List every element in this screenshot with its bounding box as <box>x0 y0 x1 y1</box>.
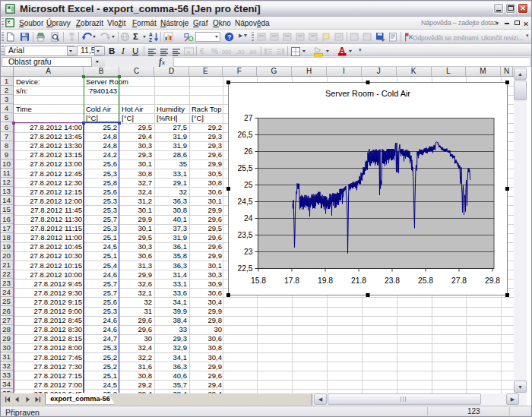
svg-text:Server Room - Cold Air: Server Room - Cold Air <box>325 89 410 98</box>
svg-text:24: 24 <box>244 214 253 223</box>
svg-text:a: a <box>187 49 190 54</box>
svg-text:26,5: 26,5 <box>237 131 252 139</box>
svg-text:27.8: 27.8 <box>451 276 467 285</box>
svg-text:15.8: 15.8 <box>251 276 266 285</box>
svg-text:?: ? <box>227 33 231 40</box>
svg-text:29.8: 29.8 <box>485 276 500 285</box>
svg-text:19.8: 19.8 <box>318 276 333 285</box>
svg-text:23.8: 23.8 <box>385 276 400 285</box>
svg-text:26: 26 <box>244 147 253 156</box>
svg-text:23,5: 23,5 <box>237 231 252 239</box>
svg-text:23: 23 <box>244 248 253 256</box>
svg-text:22,5: 22,5 <box>237 264 252 273</box>
svg-text:21.8: 21.8 <box>351 276 366 285</box>
svg-text:25.8: 25.8 <box>418 276 433 285</box>
svg-text:24,5: 24,5 <box>237 197 252 206</box>
svg-text:17.8: 17.8 <box>284 276 299 285</box>
svg-text:27: 27 <box>244 114 253 122</box>
svg-text:25,5: 25,5 <box>237 164 252 172</box>
svg-text:25: 25 <box>244 181 253 189</box>
svg-text:Z: Z <box>149 36 152 42</box>
